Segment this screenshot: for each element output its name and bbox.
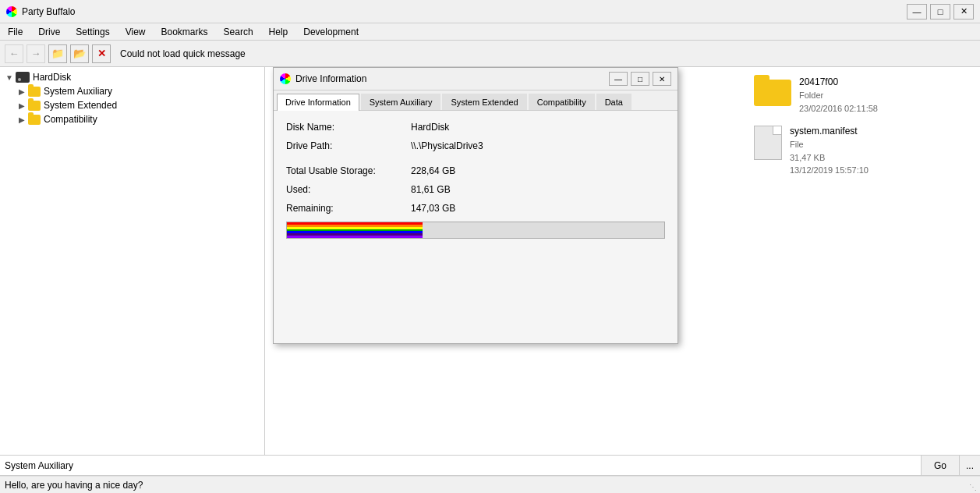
menu-view[interactable]: View: [121, 25, 150, 39]
used-label: Used:: [286, 184, 411, 195]
toolbar: ← → 📁 📂 ✕ Could not load quick message: [0, 41, 980, 67]
dialog-title: Drive Information: [295, 73, 366, 84]
dialog-close-button[interactable]: ✕: [653, 72, 671, 86]
expand-icon[interactable]: ▼: [3, 73, 16, 82]
file-info: system.manifest File 31,47 KB 13/12/2019…: [790, 124, 869, 177]
app-title: Party Buffalo: [22, 6, 75, 17]
tab-data[interactable]: Data: [596, 94, 632, 110]
drive-path-value: \\.\PhysicalDrive3: [411, 140, 483, 151]
menu-development[interactable]: Development: [299, 25, 363, 39]
folder-button[interactable]: 📁: [48, 44, 67, 63]
maximize-button[interactable]: □: [930, 4, 950, 20]
file-date: 23/02/2016 02:11:58: [799, 102, 878, 115]
dialog-app-icon: [280, 73, 291, 84]
tree-item-sa-label: System Auxiliary: [44, 86, 112, 97]
tree-root-label: HardDisk: [33, 72, 71, 83]
dialog-tab-bar: Drive Information System Auxiliary Syste…: [274, 90, 678, 111]
app-icon: [6, 6, 17, 17]
drive-path-row: Drive Path: \\.\PhysicalDrive3: [286, 140, 665, 151]
bottom-area: System Auxiliary Go ... Hello, are you h…: [0, 455, 980, 493]
menu-search[interactable]: Search: [219, 25, 258, 39]
folder-icon-large: [754, 75, 791, 106]
storage-bar-container: [286, 222, 665, 239]
dialog-title-bar: Drive Information — □ ✕: [274, 68, 678, 90]
tree-item-compatibility[interactable]: ▶ Compatibility: [0, 112, 264, 126]
dialog-content: Disk Name: HardDisk Drive Path: \\.\Phys…: [274, 111, 678, 343]
status-text-value: System Auxiliary: [5, 460, 73, 471]
tree-item-system-auxiliary[interactable]: ▶ System Auxiliary: [0, 84, 264, 98]
greeting-bar: Hello, are you having a nice day? ⋱: [0, 476, 980, 493]
disk-name-row: Disk Name: HardDisk: [286, 122, 665, 133]
close-button[interactable]: ✕: [953, 4, 974, 20]
file-size: 31,47 KB: [790, 151, 869, 165]
dialog-maximize-button[interactable]: □: [631, 72, 649, 86]
resize-handle[interactable]: ⋱: [969, 483, 977, 491]
title-bar-controls: — □ ✕: [907, 4, 974, 20]
document-icon: [754, 126, 782, 160]
total-storage-label: Total Usable Storage:: [286, 165, 411, 176]
disk-name-value: HardDisk: [411, 122, 449, 133]
dialog-minimize-button[interactable]: —: [609, 72, 628, 86]
storage-bar-fill: [287, 222, 423, 238]
title-bar-left: Party Buffalo: [6, 6, 75, 17]
tab-drive-information[interactable]: Drive Information: [277, 94, 359, 111]
forward-button[interactable]: →: [27, 44, 45, 63]
files-area: 20417f00 Folder 23/02/2016 02:11:58 syst…: [746, 67, 980, 185]
list-item: 20417f00 Folder 23/02/2016 02:11:58: [754, 75, 972, 115]
tree-root[interactable]: ▼ HardDisk: [0, 70, 264, 84]
remaining-label: Remaining:: [286, 203, 411, 214]
file-type: Folder: [799, 89, 878, 102]
file-name: 20417f00: [799, 75, 878, 89]
remaining-value: 147,03 GB: [411, 203, 455, 214]
right-panel: 20417f00 Folder 23/02/2016 02:11:58 syst…: [265, 67, 980, 455]
back-button[interactable]: ←: [5, 44, 23, 63]
menu-bar: File Drive Settings View Bookmarks Searc…: [0, 23, 980, 41]
dialog-title-left: Drive Information: [280, 73, 366, 84]
menu-drive[interactable]: Drive: [34, 25, 65, 39]
menu-help[interactable]: Help: [264, 25, 293, 39]
tree-panel: ▼ HardDisk ▶ System Auxiliary ▶ System E…: [0, 67, 265, 455]
used-value: 81,61 GB: [411, 184, 451, 195]
remaining-row: Remaining: 147,03 GB: [286, 203, 665, 214]
tree-item-se-label: System Extended: [44, 100, 117, 111]
list-item: system.manifest File 31,47 KB 13/12/2019…: [754, 124, 972, 177]
tab-system-auxiliary[interactable]: System Auxiliary: [361, 94, 441, 110]
file-date: 13/12/2019 15:57:10: [790, 164, 869, 177]
tree-item-compat-label: Compatibility: [44, 114, 97, 125]
menu-bookmarks[interactable]: Bookmarks: [157, 25, 213, 39]
expand-icon-sa[interactable]: ▶: [16, 87, 28, 96]
open-button[interactable]: 📂: [70, 44, 89, 63]
tree-item-system-extended[interactable]: ▶ System Extended: [0, 98, 264, 112]
drive-path-label: Drive Path:: [286, 140, 411, 151]
menu-file[interactable]: File: [3, 25, 27, 39]
close-drive-button[interactable]: ✕: [92, 44, 111, 63]
go-button[interactable]: Go: [922, 456, 960, 475]
tab-system-extended[interactable]: System Extended: [442, 94, 526, 110]
menu-settings[interactable]: Settings: [71, 25, 114, 39]
expand-icon-se[interactable]: ▶: [16, 101, 28, 110]
used-row: Used: 81,61 GB: [286, 184, 665, 195]
status-text: System Auxiliary: [0, 456, 922, 475]
file-name: system.manifest: [790, 124, 869, 138]
file-type: File: [790, 138, 869, 151]
title-bar: Party Buffalo — □ ✕: [0, 0, 980, 23]
total-storage-row: Total Usable Storage: 228,64 GB: [286, 165, 665, 176]
total-storage-value: 228,64 GB: [411, 165, 455, 176]
drive-info-dialog: Drive Information — □ ✕ Drive Informatio…: [273, 67, 678, 344]
main-area: ▼ HardDisk ▶ System Auxiliary ▶ System E…: [0, 67, 980, 455]
tab-compatibility[interactable]: Compatibility: [529, 94, 595, 110]
file-info: 20417f00 Folder 23/02/2016 02:11:58: [799, 75, 878, 115]
more-button[interactable]: ...: [960, 456, 980, 475]
folder-body: [754, 80, 791, 106]
toolbar-message: Could not load quick message: [120, 48, 246, 59]
dialog-controls: — □ ✕: [609, 72, 671, 86]
greeting-text: Hello, are you having a nice day?: [5, 480, 143, 491]
expand-icon-compat[interactable]: ▶: [16, 115, 28, 124]
disk-name-label: Disk Name:: [286, 122, 411, 133]
minimize-button[interactable]: —: [907, 4, 927, 20]
status-bar: System Auxiliary Go ...: [0, 456, 980, 476]
